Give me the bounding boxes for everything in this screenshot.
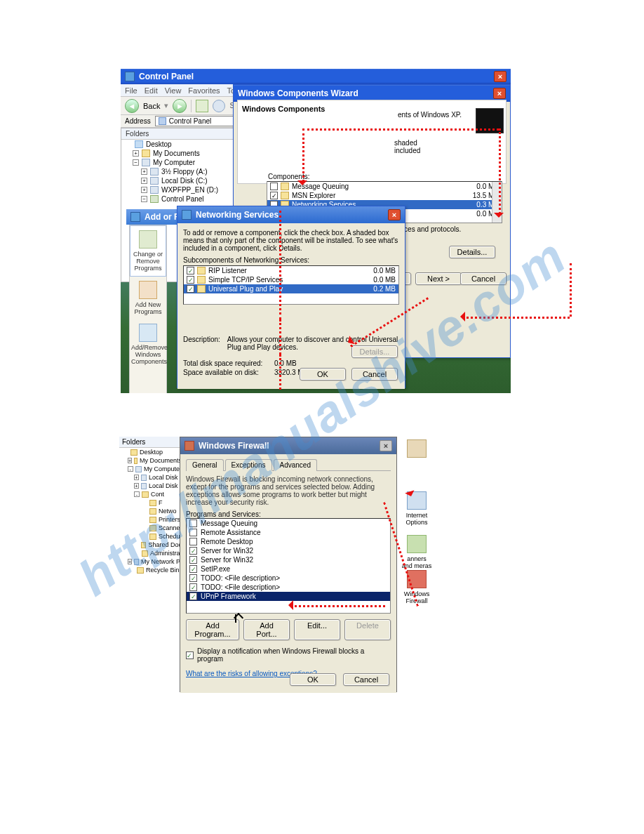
cp-icon-scanners[interactable]: anners and meras (401, 535, 432, 569)
expand-icon[interactable]: + (128, 559, 132, 564)
close-icon[interactable]: × (494, 71, 507, 82)
tree-row[interactable]: +Local Disk ( (119, 482, 182, 490)
tree-row[interactable]: +My Network Pl (119, 557, 182, 566)
close-icon[interactable]: × (493, 88, 506, 99)
folders-panel-2: Folders Desktop+My Documents-My Computer… (119, 437, 182, 618)
checkbox-icon[interactable]: ✓ (186, 651, 194, 659)
program-row[interactable]: ✓Server for Win32 (187, 546, 390, 555)
tree-row[interactable]: +Local Disk ( (119, 473, 182, 482)
expand-icon[interactable]: + (134, 483, 139, 489)
wizard-cancel-button[interactable]: Cancel (460, 272, 507, 285)
menu-file[interactable]: File (125, 86, 137, 95)
expand-icon[interactable]: + (134, 475, 139, 480)
details-button[interactable]: Details... (449, 246, 495, 258)
cp-icon (142, 491, 149, 498)
add-program-button[interactable]: Add Program... (186, 619, 239, 640)
sidebar-windows-components[interactable]: Add/Remove Windows Components (130, 319, 166, 369)
close-icon[interactable]: × (388, 209, 401, 220)
ok-button[interactable]: OK (300, 368, 346, 380)
next-button[interactable]: Next > (415, 272, 462, 285)
ok-button[interactable]: OK (290, 673, 336, 686)
cancel-button[interactable]: Cancel (351, 368, 398, 380)
firewall-titlebar[interactable]: Windows Firewall × (180, 437, 396, 454)
control-panel-titlebar[interactable]: Control Panel × (121, 69, 511, 84)
edit-button[interactable]: Edit... (294, 619, 340, 640)
tree-row[interactable]: Shared Doc (119, 541, 182, 549)
component-row[interactable]: ✓MSN Explorer13.5 MB (267, 191, 502, 200)
tree-row[interactable]: Administrat (119, 549, 182, 557)
firewall-icon (185, 441, 194, 451)
ns-sublabel: Subcomponents of Networking Services: (183, 256, 399, 264)
ns-row[interactable]: ✓Simple TCP/IP Services0.0 MB (184, 275, 398, 284)
program-row[interactable]: ✓TODO: <File description> (187, 574, 390, 583)
expand-icon[interactable]: + (133, 150, 139, 157)
up-icon[interactable] (196, 100, 208, 112)
expand-icon[interactable]: + (141, 178, 147, 184)
expand-icon[interactable]: - (128, 466, 133, 472)
ns-titlebar[interactable]: Networking Services × (177, 206, 405, 223)
add-port-button[interactable]: Add Port... (243, 619, 290, 640)
checkbox-icon[interactable]: ✓ (189, 565, 197, 573)
drive-icon (142, 159, 150, 166)
checkbox-icon[interactable] (189, 519, 197, 527)
expand-icon[interactable]: + (141, 187, 147, 193)
tree-row[interactable]: +My Documents (119, 456, 182, 465)
checkbox-icon[interactable]: ✓ (189, 556, 197, 564)
tree-row[interactable]: Printers (119, 515, 182, 524)
menu-favorites[interactable]: Favorites (188, 86, 220, 95)
tree-row[interactable]: Netwo (119, 507, 182, 515)
ns-row[interactable]: ✓RIP Listener0.0 MB (184, 266, 398, 275)
tree-row[interactable]: -My Computer (119, 465, 182, 473)
programs-list[interactable]: Message QueuingRemote AssistanceRemote D… (186, 518, 391, 614)
program-row[interactable]: ✓SetIP.exe (187, 564, 390, 574)
program-row[interactable]: Remote Assistance (187, 528, 390, 537)
drive-icon (141, 483, 147, 489)
checkbox-icon[interactable]: ✓ (187, 276, 194, 284)
program-row[interactable]: Message Queuing (187, 519, 390, 528)
checkbox-icon[interactable]: ✓ (189, 574, 197, 582)
search-icon[interactable] (213, 100, 225, 112)
sidebar-add-new[interactable]: Add New Programs (130, 277, 166, 319)
tree-row[interactable]: -Cont (119, 490, 182, 498)
back-label[interactable]: Back (143, 102, 160, 110)
program-row[interactable]: ✓TODO: <File description> (187, 583, 390, 592)
tree-row[interactable]: Desktop (119, 448, 182, 456)
ns-row[interactable]: ✓Universal Plug and Play0.2 MB (184, 284, 398, 293)
back-button-icon[interactable]: ◄ (125, 99, 139, 113)
program-row[interactable]: ✓Server for Win32 (187, 555, 390, 564)
checkbox-icon[interactable] (189, 538, 197, 545)
close-icon[interactable]: × (380, 440, 392, 451)
expand-icon[interactable]: + (141, 168, 147, 175)
menu-edit[interactable]: Edit (145, 86, 158, 95)
tree-row[interactable]: Schedu (119, 532, 182, 541)
ns-subcomponents-list[interactable]: ✓RIP Listener0.0 MB✓Simple TCP/IP Servic… (183, 265, 399, 305)
checkbox-icon[interactable]: ✓ (189, 583, 197, 591)
drive-icon (135, 466, 142, 472)
expand-icon[interactable]: − (141, 196, 147, 202)
checkbox-icon[interactable]: ✓ (270, 192, 278, 199)
checkbox-icon[interactable]: ✓ (187, 267, 194, 274)
tab-advanced[interactable]: Advanced (274, 459, 317, 471)
checkbox-icon[interactable]: ✓ (187, 285, 194, 293)
program-row[interactable]: Remote Desktop (187, 537, 390, 546)
sidebar-change-remove[interactable]: Change or Remove Programs (130, 225, 166, 277)
checkbox-icon[interactable] (270, 183, 278, 190)
expand-icon[interactable]: − (133, 159, 139, 166)
notify-checkbox-row[interactable]: ✓ Display a notification when Windows Fi… (186, 647, 391, 663)
tab-exceptions[interactable]: Exceptions (225, 459, 272, 471)
tree-row[interactable]: Recycle Bin (119, 566, 182, 574)
forward-button-icon[interactable]: ► (173, 99, 187, 113)
checkbox-icon[interactable] (189, 529, 197, 536)
fold-icon (149, 508, 156, 515)
cp-icon-generic[interactable] (401, 439, 432, 460)
cancel-button[interactable]: Cancel (343, 673, 389, 686)
expand-icon[interactable]: + (128, 458, 132, 463)
checkbox-icon[interactable]: ✓ (189, 593, 197, 600)
tree-row[interactable]: Scanne (119, 524, 182, 532)
menu-view[interactable]: View (165, 86, 182, 95)
expand-icon[interactable]: - (134, 491, 140, 497)
tree-row[interactable]: F (119, 498, 182, 507)
checkbox-icon[interactable]: ✓ (189, 547, 197, 555)
box-icon (139, 230, 157, 249)
tab-general[interactable]: General (186, 459, 224, 471)
